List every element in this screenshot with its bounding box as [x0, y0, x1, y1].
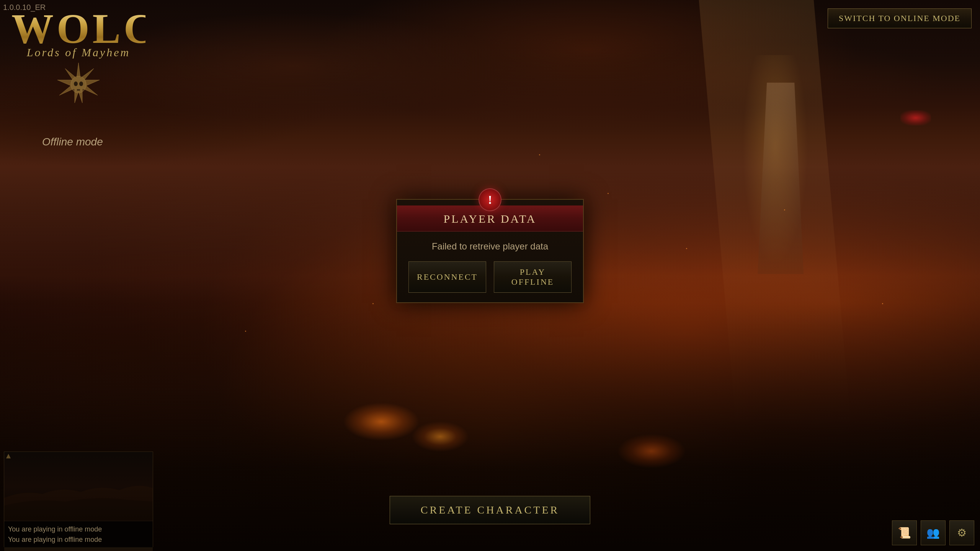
- modal-body: Failed to retreive player data Reconnect…: [397, 231, 583, 302]
- modal-title: Player Data: [408, 212, 572, 225]
- player-data-dialog: ! Player Data Failed to retreive player …: [396, 199, 584, 303]
- modal-overlay: ! Player Data Failed to retreive player …: [0, 0, 980, 551]
- reconnect-button[interactable]: Reconnect: [408, 261, 486, 293]
- play-offline-button[interactable]: Play Offline: [494, 261, 572, 293]
- modal-message: Failed to retreive player data: [408, 241, 572, 252]
- modal-buttons: Reconnect Play Offline: [408, 261, 572, 293]
- warning-icon: !: [479, 188, 501, 211]
